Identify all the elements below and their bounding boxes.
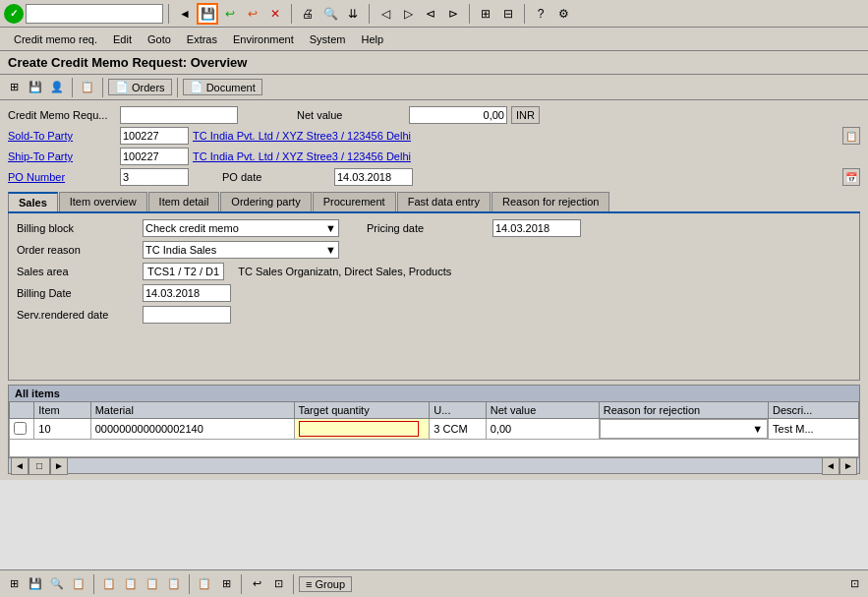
next-page-button[interactable]: ▷ (397, 3, 419, 25)
scroll-right-btn[interactable]: ► (50, 457, 68, 475)
reason-dropdown-icon[interactable]: ▼ (752, 423, 763, 435)
bottom-btn-7[interactable]: 📋 (143, 574, 162, 594)
tab-reason-rejection[interactable]: Reason for rejection (492, 192, 609, 211)
first-page-button[interactable]: ⊲ (420, 3, 441, 25)
sold-to-number-input[interactable] (120, 127, 189, 145)
po-date-input[interactable] (334, 168, 413, 186)
orders-button[interactable]: 📄 Orders (108, 79, 172, 95)
menu-credit-memo[interactable]: Credit memo req. (6, 32, 105, 46)
ship-to-label[interactable]: Ship-To Party (8, 150, 116, 162)
back-button[interactable]: ◄ (174, 3, 196, 25)
last-page-button[interactable]: ⊳ (442, 3, 464, 25)
tab-item-detail[interactable]: Item detail (148, 192, 220, 211)
bottom-btn-12[interactable]: ⊡ (268, 574, 288, 594)
billing-block-label: Billing block (17, 222, 135, 234)
row-qty-cell[interactable] (294, 419, 430, 440)
prev-page-button[interactable]: ◁ (375, 3, 396, 25)
all-items-header: All items (9, 386, 859, 401)
po-number-label[interactable]: PO Number (8, 171, 116, 183)
save-button[interactable]: 💾 (197, 3, 218, 25)
bottom-btn-1[interactable]: ⊞ (4, 574, 24, 594)
sold-to-label[interactable]: Sold-To Party (8, 130, 116, 142)
layout2-button[interactable]: ⊟ (497, 3, 519, 25)
tab-item-overview[interactable]: Item overview (59, 192, 147, 211)
sec-btn-user[interactable]: 👤 (47, 78, 67, 97)
bottom-btn-5[interactable]: 📋 (99, 574, 119, 594)
ship-to-number-input[interactable] (120, 148, 189, 165)
row-checkbox[interactable] (14, 422, 27, 435)
bottom-btn-11[interactable]: ↩ (247, 574, 266, 594)
scroll-row: ◄ □ ► ◄ ► (9, 457, 859, 473)
billing-block-dropdown[interactable]: Check credit memo ▼ (143, 219, 339, 237)
bottom-btn-4[interactable]: 📋 (69, 574, 88, 594)
order-reason-dropdown[interactable]: TC India Sales ▼ (143, 241, 339, 259)
bottom-sep-3 (241, 574, 242, 594)
tab-ordering-party[interactable]: Ordering party (220, 192, 311, 211)
undo-button[interactable]: ↩ (219, 3, 241, 25)
tab-fast-data-entry[interactable]: Fast data entry (397, 192, 491, 211)
scroll-left-btn[interactable]: ◄ (11, 457, 29, 475)
pricing-date-input[interactable] (492, 219, 581, 237)
serv-date-row: Serv.rendered date (17, 306, 851, 324)
table-header-row: Item Material Target quantity U... Net v… (10, 402, 859, 419)
row-desc-cell: Test M... (769, 419, 859, 440)
bottom-btn-6[interactable]: 📋 (121, 574, 141, 594)
form-top-row: Credit Memo Requ... Net value INR (8, 106, 860, 124)
po-row: PO Number PO date 📅 (8, 168, 860, 186)
credit-memo-input[interactable] (120, 106, 238, 124)
bottom-sep-4 (293, 574, 294, 594)
ship-to-address[interactable]: TC India Pvt. Ltd / XYZ Stree3 / 123456 … (193, 150, 411, 162)
find-button[interactable]: 🔍 (319, 3, 341, 25)
row-reason-input[interactable] (605, 421, 739, 437)
po-calendar-btn[interactable]: 📅 (842, 168, 860, 186)
pricing-date-label: Pricing date (367, 222, 485, 234)
menu-environment[interactable]: Environment (225, 32, 302, 46)
layout-button[interactable]: ⊞ (475, 3, 496, 25)
bottom-btn-10[interactable]: ⊞ (216, 574, 236, 594)
menu-goto[interactable]: Goto (140, 32, 179, 46)
row-qty-input[interactable] (299, 421, 419, 437)
sold-to-address[interactable]: TC India Pvt. Ltd / XYZ Stree3 / 123456 … (193, 130, 411, 142)
po-number-input[interactable] (120, 168, 189, 186)
menu-system[interactable]: System (302, 32, 354, 46)
bottom-sep-1 (93, 574, 94, 594)
scroll-col-right-btn[interactable]: ► (839, 457, 857, 475)
tab-procurement[interactable]: Procurement (313, 192, 396, 211)
stop-button[interactable]: ✕ (264, 3, 286, 25)
sold-to-copy-btn[interactable]: 📋 (842, 127, 860, 145)
tab-content-sales: Billing block Check credit memo ▼ Pricin… (8, 213, 860, 381)
group-button[interactable]: ≡ Group (299, 576, 352, 592)
sec-btn-1[interactable]: ⊞ (4, 78, 24, 97)
order-reason-arrow-icon: ▼ (325, 244, 336, 256)
tab-sales[interactable]: Sales (8, 192, 58, 211)
col-checkbox (10, 402, 34, 419)
row-checkbox-cell[interactable] (10, 419, 34, 440)
scroll-thumb-btn[interactable]: □ (29, 457, 50, 475)
status-icon: ✓ (4, 4, 24, 24)
settings-button[interactable]: ⚙ (552, 3, 574, 25)
find-next-button[interactable]: ⇊ (342, 3, 364, 25)
bottom-btn-9[interactable]: 📋 (195, 574, 214, 594)
menu-extras[interactable]: Extras (179, 32, 225, 46)
bottom-btn-end[interactable]: ⊡ (844, 574, 864, 594)
print-button[interactable]: 🖨 (297, 3, 318, 25)
document-button[interactable]: 📄 Document (183, 79, 262, 95)
billing-date-input[interactable] (143, 284, 231, 302)
menu-help[interactable]: Help (353, 32, 391, 46)
redo-button[interactable]: ↩ (242, 3, 263, 25)
sec-btn-save[interactable]: 💾 (26, 78, 45, 97)
credit-memo-label: Credit Memo Requ... (8, 109, 116, 121)
help-button[interactable]: ? (530, 3, 551, 25)
bottom-btn-2[interactable]: 💾 (26, 574, 45, 594)
command-field[interactable] (26, 4, 163, 24)
sec-btn-grid[interactable]: 📋 (78, 78, 97, 97)
row-reason-cell[interactable]: ▼ (600, 419, 768, 439)
serv-date-input[interactable] (143, 306, 231, 324)
billing-date-row: Billing Date (17, 284, 851, 302)
bottom-btn-8[interactable]: 📋 (164, 574, 184, 594)
net-value-input[interactable] (409, 106, 507, 124)
scroll-col-left-btn[interactable]: ◄ (822, 457, 839, 475)
menu-edit[interactable]: Edit (105, 32, 140, 46)
bottom-btn-3[interactable]: 🔍 (47, 574, 67, 594)
menu-bar: Credit memo req. Edit Goto Extras Enviro… (0, 28, 868, 51)
